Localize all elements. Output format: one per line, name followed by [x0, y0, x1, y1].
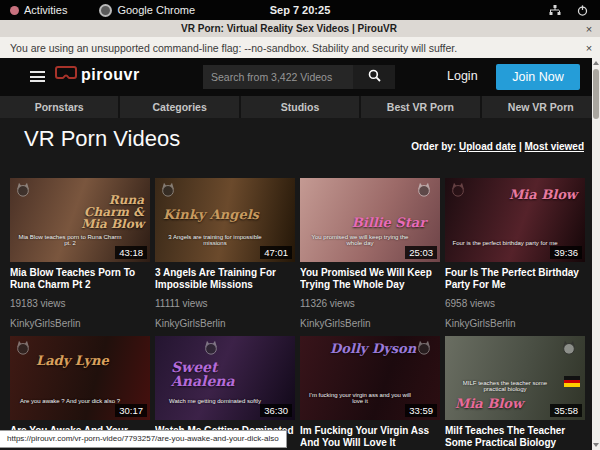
thumb-overlay-title: Kinky Angels: [163, 208, 259, 221]
order-by: Order by: Upload date | Most viewed: [411, 141, 584, 152]
thumb-overlay-title: Mia Blow: [455, 397, 523, 410]
network-icon[interactable]: [549, 4, 561, 16]
site-header: pirouvr Login Join Now: [0, 58, 600, 96]
thumb-caption: Mia Blow teaches porn to Runa Charm pt. …: [10, 234, 150, 246]
video-views: 19183 views: [10, 298, 150, 310]
video-views: 11111 views: [155, 298, 295, 310]
scroll-down-icon[interactable]: [592, 440, 600, 450]
order-most-viewed-link[interactable]: Most viewed: [525, 141, 584, 152]
video-card: Kinky Angels 3 Angels are training for i…: [155, 178, 295, 336]
system-bar: Activities Google Chrome Sep 7 20:25: [0, 0, 600, 20]
duration-badge: 25:03: [405, 246, 437, 259]
tab-close-icon[interactable]: ×: [578, 23, 600, 35]
thumb-caption: 3 Angels are training for impossible mis…: [155, 234, 295, 246]
video-thumbnail[interactable]: Runa Charm & Mia Blow Mia Blow teaches p…: [10, 178, 150, 262]
video-thumbnail[interactable]: Mia Blow Four is the perfect birthday pa…: [445, 178, 585, 262]
video-title[interactable]: Mia Blow Teaches Porn To Runa Charm Pt 2: [10, 267, 150, 290]
site-logo[interactable]: pirouvr: [55, 66, 140, 84]
search-input[interactable]: [203, 65, 353, 89]
order-by-label: Order by:: [411, 141, 456, 152]
video-title[interactable]: You Promised We Will Keep Trying The Who…: [300, 267, 440, 290]
login-link[interactable]: Login: [447, 69, 478, 83]
order-upload-date-link[interactable]: Upload date: [459, 141, 516, 152]
studio-watermark-icon: [450, 182, 466, 201]
main-nav: Pornstars Categories Studios Best VR Por…: [0, 96, 600, 118]
video-card: Runa Charm & Mia Blow Mia Blow teaches p…: [10, 178, 150, 336]
studio-watermark-icon: [15, 340, 31, 359]
duration-badge: 43:18: [115, 246, 147, 259]
vr-headset-icon: [55, 66, 77, 84]
join-now-button[interactable]: Join Now: [496, 64, 580, 90]
video-title[interactable]: Im Fucking Your Virgin Ass And You Will …: [300, 425, 440, 448]
video-title[interactable]: Four Is The Perfect Birthday Party For M…: [445, 267, 585, 290]
video-card: Billie Star You promised we will keep tr…: [300, 178, 440, 336]
video-views: 6958 views: [445, 298, 585, 310]
duration-badge: 30:17: [115, 404, 147, 417]
status-url-tooltip: https://pirouvr.com/vr-porn-video/779325…: [0, 430, 287, 448]
tab-title: VR Porn: Virtual Reality Sex Videos | Pi…: [0, 23, 578, 34]
nav-item-studios[interactable]: Studios: [241, 96, 359, 118]
site-logo-text: pirouvr: [81, 66, 140, 84]
scrollbar-thumb[interactable]: [593, 69, 599, 119]
studio-watermark-icon: [203, 340, 219, 359]
nav-item-categories[interactable]: Categories: [120, 96, 238, 118]
thumb-overlay-title: Sweet Analena: [171, 360, 251, 388]
video-thumbnail[interactable]: Dolly Dyson I'm fucking your virgin ass …: [300, 336, 440, 420]
thumb-overlay-title: Lady Lyne: [36, 354, 109, 367]
studio-watermark-icon: [416, 340, 432, 359]
thumb-overlay-title: Dolly Dyson: [330, 342, 416, 355]
browser-viewport: pirouvr Login Join Now Pornstars Categor…: [0, 58, 600, 450]
video-thumbnail[interactable]: Kinky Angels 3 Angels are training for i…: [155, 178, 295, 262]
thumb-overlay-title: Billie Star: [352, 216, 426, 229]
duration-badge: 33:59: [405, 404, 437, 417]
duration-badge: 35:58: [550, 404, 582, 417]
video-thumbnail[interactable]: Billie Star You promised we will keep tr…: [300, 178, 440, 262]
video-card: Dolly Dyson I'm fucking your virgin ass …: [300, 336, 440, 450]
thumb-caption: You promised we will keep trying the who…: [300, 234, 440, 246]
search-icon: [368, 69, 381, 85]
duration-badge: 39:36: [550, 246, 582, 259]
tab-bar: VR Porn: Virtual Reality Sex Videos | Pi…: [0, 20, 600, 37]
video-thumbnail[interactable]: Lady Lyne Are you awake ? And your dick …: [10, 336, 150, 420]
nav-item-best-vr-porn[interactable]: Best VR Porn: [361, 96, 479, 118]
nav-item-pornstars[interactable]: Pornstars: [0, 96, 118, 118]
studio-watermark-icon: [416, 182, 432, 201]
infobar-message: You are using an unsupported command-lin…: [10, 42, 578, 54]
page-title: VR Porn Videos: [24, 126, 180, 152]
duration-badge: 47:01: [260, 246, 292, 259]
video-grid: Runa Charm & Mia Blow Mia Blow teaches p…: [10, 178, 585, 450]
studio-link[interactable]: KinkyGirlsBerlin: [10, 318, 150, 330]
studio-watermark-icon: [160, 182, 176, 201]
duration-badge: 36:30: [260, 404, 292, 417]
video-title[interactable]: 3 Angels Are Training For Impossible Mis…: [155, 267, 295, 290]
studio-link[interactable]: KinkyGirlsBerlin: [445, 318, 585, 330]
thumb-overlay-title: Mia Blow: [509, 188, 577, 201]
scrollbar[interactable]: [592, 58, 600, 450]
studio-watermark-icon: [561, 340, 577, 359]
scroll-up-icon[interactable]: [592, 58, 600, 68]
thumb-overlay-title: Runa Charm & Mia Blow: [64, 194, 144, 230]
menu-icon[interactable]: [30, 71, 45, 82]
studio-link[interactable]: KinkyGirlsBerlin: [155, 318, 295, 330]
video-thumbnail[interactable]: Sweet Analena Watch me getting dominated…: [155, 336, 295, 420]
thumb-caption: I'm fucking your virgin ass and you will…: [300, 392, 440, 404]
thumb-caption: MILF teaches the teacher some practical …: [445, 380, 585, 392]
clock[interactable]: Sep 7 20:25: [0, 4, 600, 16]
video-card: Mia Blow Four is the perfect birthday pa…: [445, 178, 585, 336]
video-thumbnail[interactable]: Mia Blow MILF teaches the teacher some p…: [445, 336, 585, 420]
power-icon[interactable]: [577, 5, 588, 16]
infobar: You are using an unsupported command-lin…: [0, 37, 600, 58]
video-views: 11326 views: [300, 298, 440, 310]
studio-link[interactable]: KinkyGirlsBerlin: [300, 318, 440, 330]
order-separator: |: [519, 141, 522, 152]
infobar-close-icon[interactable]: ×: [578, 42, 600, 54]
video-card: Mia Blow MILF teaches the teacher some p…: [445, 336, 585, 450]
nav-item-new-vr-porn[interactable]: New VR Porn: [482, 96, 600, 118]
search-button[interactable]: [353, 65, 395, 89]
studio-watermark-icon: [15, 182, 31, 201]
video-title[interactable]: Milf Teaches The Teacher Some Practical …: [445, 425, 585, 448]
